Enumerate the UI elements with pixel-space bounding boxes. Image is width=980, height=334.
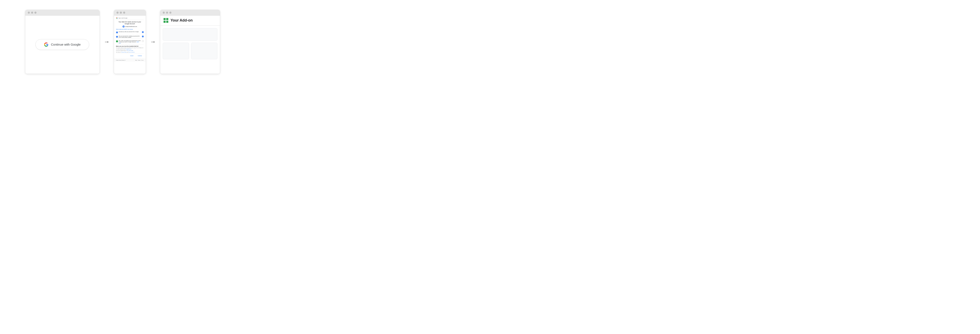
perm-text-1: Associate you with your personal info on… xyxy=(119,31,141,33)
perm-text-3: See, create, and update its own attachme… xyxy=(119,40,141,44)
addon-card-wide xyxy=(163,28,218,41)
titlebar-2 xyxy=(114,10,146,16)
perm-checkbox-3[interactable] xyxy=(142,40,144,42)
titlebar-2-dot-yellow xyxy=(120,12,122,14)
arrow-2: → xyxy=(150,38,156,45)
footer-links: Help Privacy Terms xyxy=(135,60,143,61)
oauth-header-text: Sign in with Google xyxy=(119,17,127,19)
titlebar-dot-yellow xyxy=(31,12,33,14)
oauth-continue-button[interactable]: Continue xyxy=(136,54,143,57)
logo-sq-4 xyxy=(166,21,168,23)
oauth-title: Your Add-On! wants access to your Google… xyxy=(116,21,144,25)
perm-icon-3 xyxy=(116,40,118,42)
oauth-trust-title: Make sure you trust the installed Add-On… xyxy=(116,46,144,47)
share-data-safely-link[interactable]: share data safely xyxy=(127,50,133,51)
titlebar-dot-red xyxy=(28,12,30,14)
logo-sq-1 xyxy=(164,18,165,20)
oauth-select-label: Select what your Add-On can access xyxy=(116,29,144,30)
perm-icon-2 xyxy=(116,36,118,38)
oauth-trust-text-3: See Kahoot!'s Privacy Policy and Terms o… xyxy=(116,52,144,53)
titlebar-2-dot-red xyxy=(116,12,119,14)
titlebar-3-dot-yellow xyxy=(166,12,168,14)
perm-checkbox-1[interactable] xyxy=(142,31,144,33)
oauth-header: Sign in with Google xyxy=(116,17,144,20)
browser-window-1: Continue with Google xyxy=(25,10,100,74)
continue-with-google-label: Continue with Google xyxy=(51,43,81,46)
browser-window-3: Your Add-on xyxy=(160,10,220,74)
titlebar-dot-green xyxy=(34,12,37,14)
addon-body xyxy=(160,26,220,62)
window-1-content: Continue with Google xyxy=(25,16,100,73)
perm-icon-1 xyxy=(116,32,118,33)
permission-3: See, create, and update its own attachme… xyxy=(116,40,144,45)
user-email: user@schoolDomain.com xyxy=(125,26,137,27)
footer-privacy-link[interactable]: Privacy xyxy=(138,60,140,61)
titlebar-2-dot-green xyxy=(123,12,125,14)
footer-lang[interactable]: English (United States) ▼ xyxy=(116,60,126,61)
privacy-policy-link[interactable]: Privacy Policy xyxy=(121,52,126,52)
window-2-content: Sign in with Google Your Add-On! wants a… xyxy=(114,16,146,73)
window-3-content: Your Add-on xyxy=(160,16,220,73)
user-avatar xyxy=(123,25,124,27)
oauth-footer: English (United States) ▼ Help Privacy T… xyxy=(114,59,146,62)
addon-logo-icon xyxy=(164,18,169,23)
titlebar-3 xyxy=(160,10,220,16)
oauth-trust-section: Make sure you trust the installed Add-On… xyxy=(116,46,144,52)
permission-2: See your personal info, including any pe… xyxy=(116,35,144,39)
permission-1: Associate you with your personal info on… xyxy=(116,31,144,34)
continue-with-google-button[interactable]: Continue with Google xyxy=(35,39,89,50)
google-account-link[interactable]: Google Account xyxy=(126,48,131,49)
oauth-trust-text-1: You may be sharing sensitive info with t… xyxy=(116,47,144,49)
footer-terms-link[interactable]: Terms xyxy=(142,60,144,61)
addon-header: Your Add-on xyxy=(160,16,220,26)
addon-card-2 xyxy=(191,43,218,59)
footer-help-link[interactable]: Help xyxy=(135,60,137,61)
titlebar-3-dot-green xyxy=(169,12,172,14)
perm-checkbox-2[interactable] xyxy=(142,36,144,37)
titlebar-1 xyxy=(25,10,100,16)
oauth-cancel-button[interactable]: Cancel xyxy=(129,54,135,57)
oauth-user: user@schoolDomain.com xyxy=(116,25,144,27)
browser-window-2: Sign in with Google Your Add-On! wants a… xyxy=(114,10,146,74)
perm-text-2: See your personal info, including any pe… xyxy=(119,36,141,38)
logo-sq-3 xyxy=(164,21,165,23)
arrow-1: → xyxy=(104,38,110,45)
flow-container: Continue with Google → xyxy=(0,6,245,78)
oauth-trust-text-2: Learn how Google helps you share data sa… xyxy=(116,50,144,51)
google-small-icon xyxy=(116,17,118,19)
oauth-buttons: Cancel Continue xyxy=(116,54,144,57)
addon-card-1 xyxy=(163,43,189,59)
google-logo-icon xyxy=(44,42,48,47)
terms-of-service-link[interactable]: Terms of Service xyxy=(128,52,135,52)
addon-title: Your Add-on xyxy=(170,18,193,22)
titlebar-3-dot-red xyxy=(163,12,165,14)
logo-sq-2 xyxy=(166,18,168,20)
oauth-dialog: Sign in with Google Your Add-On! wants a… xyxy=(114,16,146,59)
